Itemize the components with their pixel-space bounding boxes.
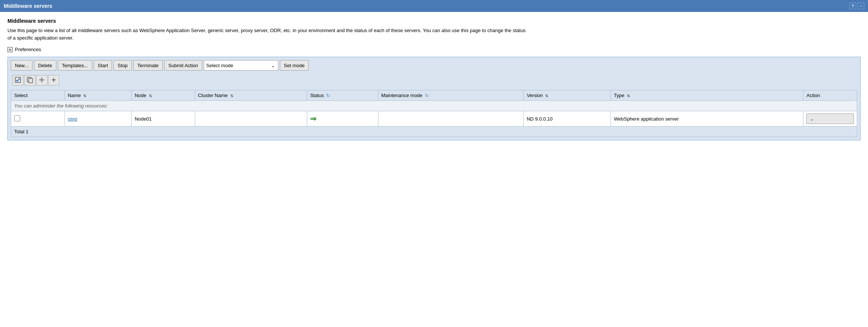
row-select-cell xyxy=(11,111,65,127)
page-heading: Middleware servers xyxy=(7,18,861,24)
svg-marker-5 xyxy=(41,77,43,78)
server-name-link[interactable]: osrp xyxy=(68,116,77,122)
row-maintenance-cell xyxy=(378,111,524,127)
row-checkbox-input[interactable] xyxy=(14,115,20,121)
page-content: Middleware servers Use this page to view… xyxy=(0,12,868,146)
preferences-label: Preferences xyxy=(15,47,41,52)
set-mode-button[interactable]: Set mode xyxy=(280,60,309,71)
delete-button[interactable]: Delete xyxy=(34,60,56,71)
status-arrow-icon: ⇒ xyxy=(310,115,316,123)
cluster-sort-icon: ⇅ xyxy=(230,94,233,98)
icon-toolbar xyxy=(11,74,857,87)
toolbar-row: New... Delete Templates... Start Stop Te… xyxy=(11,60,857,71)
version-sort-icon: ⇅ xyxy=(545,94,548,98)
col-status[interactable]: Status ↻ xyxy=(307,90,378,101)
status-refresh-icon[interactable]: ↻ xyxy=(326,93,330,98)
row-checkbox[interactable] xyxy=(14,115,20,121)
select-mode-dropdown[interactable]: Select mode xyxy=(204,60,278,71)
col-name[interactable]: Name ⇅ xyxy=(65,90,131,101)
expand-icon-btn[interactable] xyxy=(36,75,47,85)
stop-button[interactable]: Stop xyxy=(113,60,132,71)
action-dropdown-arrow-icon[interactable]: ⌄ xyxy=(807,116,817,122)
preferences-row[interactable]: + Preferences xyxy=(7,47,861,52)
select-mode-wrapper[interactable]: Select mode xyxy=(204,60,278,71)
col-node[interactable]: Node ⇅ xyxy=(131,90,195,101)
row-version-cell: ND 9.0.0.10 xyxy=(524,111,611,127)
name-sort-icon: ⇅ xyxy=(83,94,86,98)
svg-marker-7 xyxy=(39,79,40,81)
table-row: osrp Node01 ⇒ ND 9.0.0.10 WebSphere appl… xyxy=(11,111,857,127)
collapse-icon-btn[interactable] xyxy=(48,75,59,85)
minimize-button[interactable]: – xyxy=(858,3,864,9)
copy-rows-icon xyxy=(26,77,33,84)
total-cell: Total 1 xyxy=(11,127,857,137)
new-button[interactable]: New... xyxy=(11,60,32,71)
templates-button[interactable]: Templates... xyxy=(58,60,92,71)
col-type[interactable]: Type ⇅ xyxy=(611,90,803,101)
select-all-icon-btn[interactable] xyxy=(12,75,24,85)
admin-note-row: You can administer the following resourc… xyxy=(11,101,857,111)
row-cluster-cell xyxy=(195,111,307,127)
copy-rows-icon-btn[interactable] xyxy=(24,75,35,85)
terminate-button[interactable]: Terminate xyxy=(133,60,163,71)
total-row: Total 1 xyxy=(11,127,857,137)
row-action-cell: ⌄ xyxy=(803,111,857,127)
table-header-row: Select Name ⇅ Node ⇅ Cluster Name ⇅ xyxy=(11,90,857,101)
svg-marker-8 xyxy=(43,79,44,81)
svg-rect-2 xyxy=(29,78,32,83)
expand-icon xyxy=(38,77,45,84)
svg-marker-14 xyxy=(54,79,55,81)
page-description: Use this page to view a list of all midd… xyxy=(7,27,530,41)
window-title: Middleware servers xyxy=(4,3,52,9)
col-cluster[interactable]: Cluster Name ⇅ xyxy=(195,90,307,101)
submit-action-button[interactable]: Submit Action xyxy=(164,60,202,71)
title-bar: Middleware servers ? – xyxy=(0,0,868,12)
type-sort-icon: ⇅ xyxy=(627,94,630,98)
admin-note-cell: You can administer the following resourc… xyxy=(11,101,857,111)
col-version[interactable]: Version ⇅ xyxy=(524,90,611,101)
start-button[interactable]: Start xyxy=(94,60,112,71)
help-button[interactable]: ? xyxy=(849,3,856,9)
preferences-expand-icon[interactable]: + xyxy=(7,47,13,52)
select-all-icon xyxy=(15,77,21,84)
svg-marker-6 xyxy=(41,81,43,82)
col-select: Select xyxy=(11,90,65,101)
col-action: Action xyxy=(803,90,857,101)
table-panel: New... Delete Templates... Start Stop Te… xyxy=(7,57,861,140)
row-node-cell: Node01 xyxy=(131,111,195,127)
row-name-cell: osrp xyxy=(65,111,131,127)
row-type-cell: WebSphere application server xyxy=(611,111,803,127)
data-table: Select Name ⇅ Node ⇅ Cluster Name ⇅ xyxy=(11,90,857,137)
node-sort-icon: ⇅ xyxy=(149,94,152,98)
title-bar-controls: ? – xyxy=(849,3,864,9)
row-status-cell: ⇒ xyxy=(307,111,378,127)
maintenance-refresh-icon[interactable]: ↻ xyxy=(425,93,429,98)
svg-marker-13 xyxy=(53,79,54,81)
collapse-icon xyxy=(50,77,57,84)
action-dropdown[interactable]: ⌄ xyxy=(806,113,854,124)
col-maintenance[interactable]: Maintenance mode ↻ xyxy=(378,90,524,101)
